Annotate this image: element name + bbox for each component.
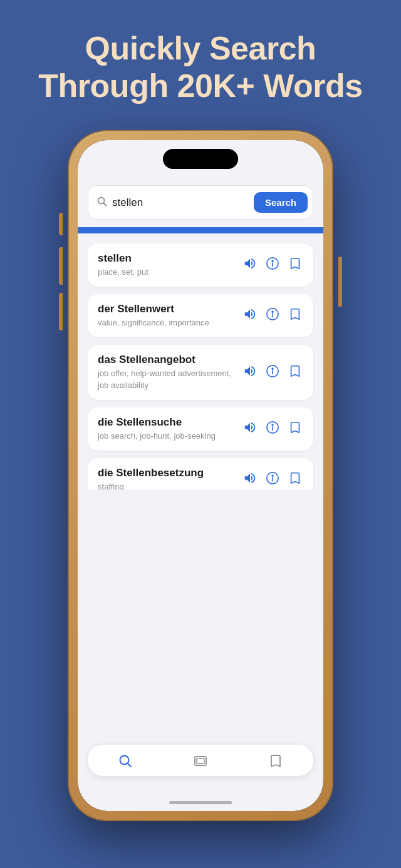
search-button[interactable]: Search [254,192,308,213]
app-screen: stellen Search stellen place, set, put [78,140,323,811]
tab-bookmarks[interactable] [238,753,313,768]
word-german-5: die Stellenbesetzung [98,467,234,479]
info-icon-2[interactable] [264,307,281,324]
volume-down-button [59,293,63,330]
hero-section: Quickly Search Through 20K+ Words [0,0,401,124]
tab-search[interactable] [88,753,163,768]
speaker-icon-4[interactable] [242,421,258,437]
tab-bar [88,745,313,776]
bookmark-icon-5[interactable] [287,471,303,488]
svg-line-1 [104,203,107,205]
blue-divider [78,227,323,233]
home-bar [169,801,232,804]
info-icon-5[interactable] [264,471,281,488]
svg-point-7 [272,312,273,313]
word-actions-5 [242,471,303,488]
svg-line-18 [128,763,131,767]
content-spacer [78,489,323,735]
info-icon-4[interactable] [264,421,281,437]
phone-frame: stellen Search stellen place, set, put [69,131,332,820]
results-list: stellen place, set, put [78,233,323,489]
word-translation-4: job search, job-hunt, job-seeking [98,431,234,442]
word-translation-1: place, set, put [98,267,234,278]
word-card-5: die Stellenbesetzung staffing [88,458,313,489]
speaker-icon-2[interactable] [242,307,258,324]
word-card-1: stellen place, set, put [88,243,313,287]
word-actions-1 [242,257,303,273]
bookmark-icon-4[interactable] [287,421,303,437]
word-card-4: die Stellensuche job search, job-hunt, j… [88,407,313,451]
dynamic-island [163,149,238,169]
word-card-2: der Stellenwert value, significance, imp… [88,294,313,337]
power-button [338,257,342,307]
svg-point-4 [272,261,273,262]
word-translation-2: value, significance, importance [98,317,234,329]
phone-screen: stellen Search stellen place, set, put [78,140,323,811]
search-input[interactable]: stellen [112,197,249,209]
bookmark-icon-1[interactable] [287,257,303,273]
word-text-3: das Stellenangebot job offer, help-wante… [98,354,242,391]
tab-cards[interactable] [163,753,238,768]
info-icon-3[interactable] [264,364,281,381]
bookmark-icon-2[interactable] [287,307,303,324]
word-text-5: die Stellenbesetzung staffing [98,467,242,489]
speaker-icon-5[interactable] [242,471,258,488]
word-actions-4 [242,421,303,437]
svg-point-16 [272,475,273,476]
word-card-3: das Stellenangebot job offer, help-wante… [88,345,313,399]
info-icon-1[interactable] [264,257,281,273]
bookmark-icon-3[interactable] [287,364,303,381]
word-text-2: der Stellenwert value, significance, imp… [98,303,242,329]
word-text-4: die Stellensuche job search, job-hunt, j… [98,416,242,442]
search-bar-container: stellen Search [88,185,313,220]
hero-title: Quickly Search Through 20K+ Words [0,0,401,124]
word-translation-3: job offer, help-wanted advertisement, jo… [98,368,234,391]
word-actions-2 [242,307,303,324]
word-german-3: das Stellenangebot [98,354,234,366]
word-german-1: stellen [98,252,234,265]
volume-up-button [59,247,63,285]
svg-point-13 [272,424,273,426]
svg-point-10 [272,368,273,369]
word-actions-3 [242,364,303,381]
speaker-icon-1[interactable] [242,257,258,273]
speaker-icon-3[interactable] [242,364,258,381]
word-german-2: der Stellenwert [98,303,234,315]
search-icon [97,197,107,209]
word-german-4: die Stellensuche [98,416,234,429]
search-area: stellen Search [78,178,323,220]
volume-mute-button [59,213,63,235]
word-translation-5: staffing [98,481,234,489]
home-indicator [78,794,323,811]
word-text-1: stellen place, set, put [98,252,242,278]
svg-rect-20 [197,758,204,763]
